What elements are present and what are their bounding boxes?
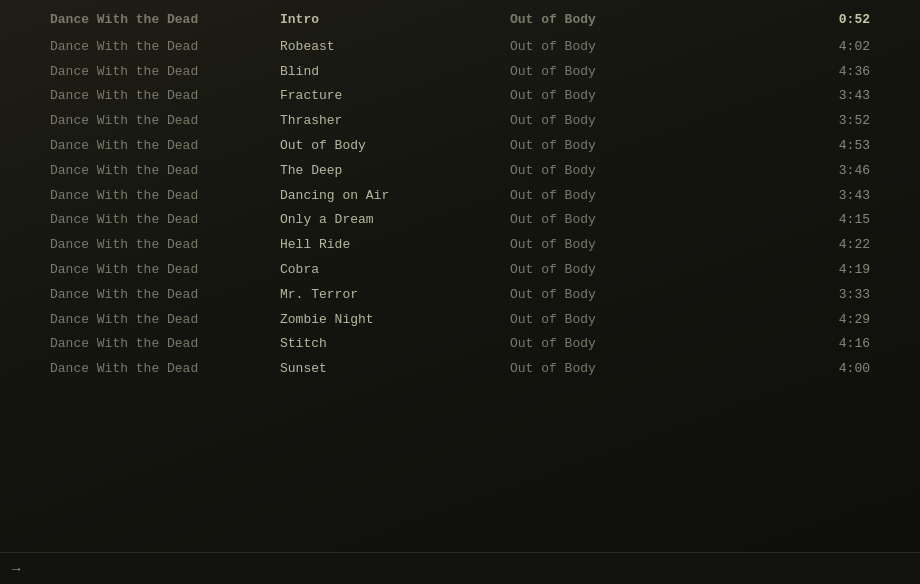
table-row[interactable]: Dance With the DeadSunsetOut of Body4:00 [0,357,920,382]
track-album: Out of Body [510,111,740,132]
track-album: Out of Body [510,310,740,331]
table-row[interactable]: Dance With the DeadThe DeepOut of Body3:… [0,159,920,184]
track-artist: Dance With the Dead [50,310,280,331]
track-artist: Dance With the Dead [50,235,280,256]
track-duration: 4:00 [740,359,870,380]
track-album: Out of Body [510,136,740,157]
track-album: Out of Body [510,359,740,380]
track-album: Out of Body [510,37,740,58]
track-title: The Deep [280,161,510,182]
track-duration: 4:19 [740,260,870,281]
track-duration: 4:15 [740,210,870,231]
track-album: Out of Body [510,285,740,306]
track-artist: Dance With the Dead [50,111,280,132]
track-duration: 3:33 [740,285,870,306]
track-artist: Dance With the Dead [50,285,280,306]
table-row[interactable]: Dance With the DeadRobeastOut of Body4:0… [0,35,920,60]
track-title: Thrasher [280,111,510,132]
table-row[interactable]: Dance With the DeadMr. TerrorOut of Body… [0,283,920,308]
track-duration: 3:52 [740,111,870,132]
track-artist: Dance With the Dead [50,86,280,107]
track-title: Stitch [280,334,510,355]
track-duration: 3:43 [740,86,870,107]
track-artist: Dance With the Dead [50,334,280,355]
track-title: Only a Dream [280,210,510,231]
track-title: Mr. Terror [280,285,510,306]
track-artist: Dance With the Dead [50,136,280,157]
table-row[interactable]: Dance With the DeadCobraOut of Body4:19 [0,258,920,283]
track-artist: Dance With the Dead [50,359,280,380]
track-artist: Dance With the Dead [50,62,280,83]
track-duration: 4:02 [740,37,870,58]
table-row[interactable]: Dance With the DeadOut of BodyOut of Bod… [0,134,920,159]
track-duration: 3:43 [740,186,870,207]
track-album: Out of Body [510,210,740,231]
track-duration: 4:29 [740,310,870,331]
track-album: Out of Body [510,235,740,256]
table-row[interactable]: Dance With the DeadHell RideOut of Body4… [0,233,920,258]
track-album: Out of Body [510,334,740,355]
track-title: Hell Ride [280,235,510,256]
table-row[interactable]: Dance With the DeadFractureOut of Body3:… [0,84,920,109]
header-duration: 0:52 [740,10,870,31]
table-row[interactable]: Dance With the DeadOnly a DreamOut of Bo… [0,208,920,233]
track-title: Blind [280,62,510,83]
track-list: Dance With the Dead Intro Out of Body 0:… [0,0,920,390]
track-title: Cobra [280,260,510,281]
table-row[interactable]: Dance With the DeadDancing on AirOut of … [0,184,920,209]
track-duration: 4:53 [740,136,870,157]
track-duration: 3:46 [740,161,870,182]
arrow-icon: → [12,561,20,577]
track-artist: Dance With the Dead [50,37,280,58]
bottom-bar: → [0,552,920,584]
table-row[interactable]: Dance With the DeadThrasherOut of Body3:… [0,109,920,134]
header-artist: Dance With the Dead [50,10,280,31]
track-duration: 4:16 [740,334,870,355]
track-title: Sunset [280,359,510,380]
track-artist: Dance With the Dead [50,210,280,231]
track-title: Fracture [280,86,510,107]
track-album: Out of Body [510,62,740,83]
header-album: Out of Body [510,10,740,31]
table-header: Dance With the Dead Intro Out of Body 0:… [0,8,920,33]
track-duration: 4:36 [740,62,870,83]
track-album: Out of Body [510,161,740,182]
track-title: Robeast [280,37,510,58]
table-row[interactable]: Dance With the DeadBlindOut of Body4:36 [0,60,920,85]
track-title: Dancing on Air [280,186,510,207]
track-artist: Dance With the Dead [50,161,280,182]
track-title: Out of Body [280,136,510,157]
table-row[interactable]: Dance With the DeadStitchOut of Body4:16 [0,332,920,357]
header-intro: Intro [280,10,510,31]
track-album: Out of Body [510,260,740,281]
track-artist: Dance With the Dead [50,260,280,281]
track-album: Out of Body [510,186,740,207]
track-title: Zombie Night [280,310,510,331]
track-album: Out of Body [510,86,740,107]
table-row[interactable]: Dance With the DeadZombie NightOut of Bo… [0,308,920,333]
track-duration: 4:22 [740,235,870,256]
track-artist: Dance With the Dead [50,186,280,207]
